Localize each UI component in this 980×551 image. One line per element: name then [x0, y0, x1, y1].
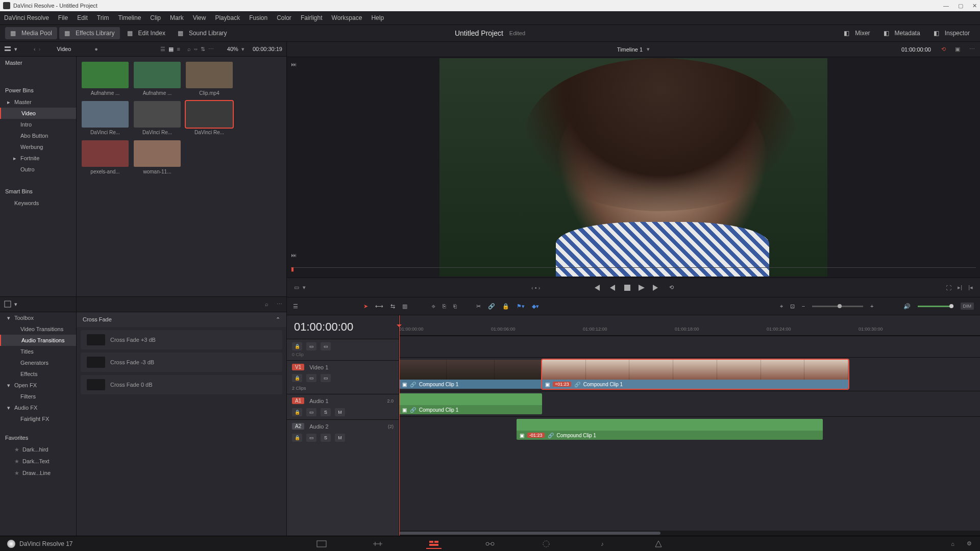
overwrite-icon[interactable]: ⎘	[443, 303, 446, 309]
mute-button[interactable]: M	[335, 434, 345, 442]
chevron-down-icon[interactable]: ▾	[14, 46, 17, 53]
view-metadata-icon[interactable]: ☰	[160, 46, 165, 53]
flag-icon[interactable]: ⚑▾	[517, 303, 525, 310]
mute-icon[interactable]: 🔊	[903, 303, 911, 310]
mixer-toggle[interactable]: ◧Mixer	[839, 27, 875, 39]
track-v1[interactable]: ▣🔗Compound Clip 1 ▣+01:23🔗Compound Clip …	[399, 357, 980, 391]
home-icon[interactable]: ⌂	[951, 541, 954, 547]
metadata-toggle[interactable]: ◧Metadata	[878, 27, 925, 39]
fx-tree-item[interactable]: ▾Open FX	[0, 380, 76, 391]
edit-index-toggle[interactable]: ▦Edit Index	[122, 27, 170, 39]
menu-davinciresolve[interactable]: DaVinci Resolve	[4, 14, 49, 21]
menu-color[interactable]: Color	[277, 14, 291, 21]
favorite-item[interactable]: ★Dark...hird	[0, 444, 76, 456]
favorite-item[interactable]: ★Draw...Line	[0, 467, 76, 479]
zoom-slider[interactable]	[812, 306, 863, 307]
media-clip[interactable]: pexels-and...	[82, 140, 129, 174]
chevron-down-icon[interactable]: ▾	[241, 46, 244, 53]
marker-icon[interactable]: ◆▾	[532, 303, 539, 310]
mute-button[interactable]: M	[335, 408, 345, 416]
favorite-item[interactable]: ★Dark...Text	[0, 456, 76, 467]
auto-select-icon[interactable]: ▭	[306, 434, 316, 442]
insert-icon[interactable]: ⎆	[432, 303, 435, 309]
solo-button[interactable]: S	[321, 434, 331, 442]
menu-mark[interactable]: Mark	[170, 14, 184, 21]
menu-fusion[interactable]: Fusion	[249, 14, 267, 21]
play-icon[interactable]	[639, 285, 645, 291]
fx-tree-item[interactable]: ▾Toolbox	[0, 312, 76, 323]
more-icon[interactable]: ⋯	[208, 46, 214, 53]
menu-help[interactable]: Help	[371, 14, 384, 21]
effect-item[interactable]: Cross Fade +3 dB	[81, 330, 282, 349]
bin-list-icon[interactable]	[4, 45, 11, 53]
dual-view-icon[interactable]: ▣	[955, 46, 960, 53]
menu-fairlight[interactable]: Fairlight	[301, 14, 323, 21]
dim-button[interactable]: DIM	[961, 303, 974, 310]
cut-page-icon[interactable]	[370, 539, 385, 549]
edit-page-icon[interactable]	[426, 539, 442, 549]
first-frame-icon[interactable]	[594, 285, 602, 291]
panel-icon[interactable]	[4, 300, 11, 308]
fx-tree-item[interactable]: Filters	[0, 391, 76, 402]
solo-button[interactable]: S	[321, 408, 331, 416]
viewer-zoom[interactable]: 40%	[227, 46, 238, 52]
track-badge[interactable]: A2	[292, 423, 304, 430]
track-a2[interactable]: ▣-01:23🔗Compound Clip 1	[399, 416, 980, 442]
media-clip[interactable]: Clip.mp4	[186, 62, 233, 96]
settings-icon[interactable]: ⚙	[967, 540, 972, 547]
menu-edit[interactable]: Edit	[77, 14, 88, 21]
track-a1[interactable]: ▣🔗Compound Clip 1	[399, 391, 980, 416]
deliver-page-icon[interactable]	[651, 539, 666, 549]
menu-view[interactable]: View	[193, 14, 206, 21]
bypass-icon[interactable]: ▭	[294, 284, 299, 290]
lock-icon[interactable]: 🔒	[292, 434, 302, 442]
dynamic-trim-icon[interactable]: ⇆	[390, 303, 395, 310]
zoom-slider-plus[interactable]: +	[870, 303, 873, 309]
media-clip[interactable]: Aufnahme ...	[82, 62, 129, 96]
disable-icon[interactable]: ▭	[321, 342, 331, 350]
track-header-v2[interactable]: 🔒▭▭ 0 Clip	[287, 339, 399, 360]
timeline-viewer[interactable]: ⏭ ⏭ ▮	[287, 57, 980, 278]
menu-clip[interactable]: Clip	[150, 14, 161, 21]
media-clip[interactable]: DaVinci Re...	[134, 101, 181, 135]
fx-tree-item[interactable]: ▾Audio FX	[0, 402, 76, 413]
link-icon[interactable]: 🔗	[488, 303, 495, 310]
more-icon[interactable]: ⋯	[969, 46, 975, 53]
sort-icon[interactable]: ⇅	[201, 46, 205, 53]
effect-item[interactable]: Cross Fade -3 dB	[81, 353, 282, 372]
chevron-down-icon[interactable]: ▾	[303, 284, 306, 290]
media-clip[interactable]: DaVinci Re...	[186, 101, 233, 135]
timeline-clip[interactable]: ▣+01:23🔗Compound Clip 1	[542, 360, 848, 389]
media-pool-toggle[interactable]: ▦Media Pool	[5, 27, 57, 39]
master-bin[interactable]: Master	[0, 57, 76, 69]
sync-icon[interactable]: ⟲	[941, 46, 946, 53]
bin-item[interactable]: Abo Button	[0, 130, 76, 141]
volume-slider[interactable]	[918, 306, 953, 307]
timeline-ruler[interactable]: 01:00:00:0001:00:06:0001:00:12:0001:00:1…	[399, 315, 980, 336]
blade-tool-icon[interactable]: ▥	[402, 303, 407, 310]
timeline-scrollbar[interactable]	[399, 531, 980, 536]
menu-timeline[interactable]: Timeline	[118, 14, 141, 21]
loop-icon[interactable]: ⟲	[669, 284, 674, 291]
fairlight-page-icon[interactable]: ♪	[595, 539, 610, 549]
menu-workspace[interactable]: Workspace	[332, 14, 362, 21]
fx-tree-item[interactable]: Audio Transitions	[0, 335, 76, 346]
bin-item[interactable]: Keywords	[0, 197, 76, 209]
minimize-icon[interactable]: —	[943, 3, 949, 9]
match-frame-icon[interactable]: ‹ • ›	[531, 285, 540, 291]
next-edit-icon[interactable]: ⏭	[291, 252, 297, 258]
trim-tool-icon[interactable]: ⟷	[375, 303, 383, 310]
inspector-toggle[interactable]: ◧Inspector	[928, 27, 975, 39]
media-clip[interactable]: Aufnahme ...	[134, 62, 181, 96]
playhead[interactable]	[399, 315, 400, 536]
nav-back-icon[interactable]: ‹	[34, 46, 36, 52]
disable-icon[interactable]: ▭	[321, 374, 331, 382]
step-fwd-icon[interactable]: ▸|	[958, 284, 962, 291]
nav-fwd-icon[interactable]: ›	[39, 46, 41, 52]
timeline-view-icon[interactable]: ☰	[293, 303, 298, 310]
chevron-down-icon[interactable]: ▾	[14, 301, 17, 308]
media-clip[interactable]: woman-11...	[134, 140, 181, 174]
fx-tree-item[interactable]: Generators	[0, 357, 76, 368]
view-list-icon[interactable]: ≡	[177, 46, 180, 52]
bin-item[interactable]: Video	[0, 108, 76, 119]
